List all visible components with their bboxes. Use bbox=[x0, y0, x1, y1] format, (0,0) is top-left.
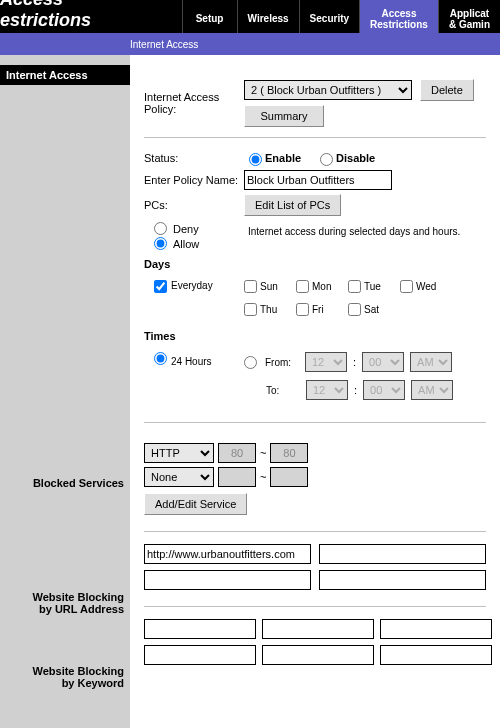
sidebar-label-blocked-services: Blocked Services bbox=[0, 471, 130, 491]
sidebar-item-internet-access[interactable]: Internet Access bbox=[0, 65, 130, 85]
separator-4 bbox=[144, 606, 486, 607]
tab-apps-l1: Applicat bbox=[449, 8, 490, 19]
to-hour[interactable]: 12 bbox=[306, 380, 348, 400]
tab-security-label: Security bbox=[310, 13, 349, 24]
deny-option[interactable]: Deny bbox=[154, 222, 244, 235]
service2-port-b[interactable] bbox=[270, 467, 308, 487]
kw-input-5[interactable] bbox=[262, 645, 374, 665]
tue-cell: Tue bbox=[348, 280, 396, 293]
sun-cell: Sun bbox=[244, 280, 292, 293]
sat-check[interactable] bbox=[348, 303, 361, 316]
separator-3 bbox=[144, 531, 486, 532]
allow-option[interactable]: Allow bbox=[154, 237, 244, 250]
status-enable-radio[interactable] bbox=[249, 153, 262, 166]
wed-label: Wed bbox=[416, 281, 436, 292]
to-min[interactable]: 00 bbox=[363, 380, 405, 400]
url-input-4[interactable] bbox=[319, 570, 486, 590]
delete-button[interactable]: Delete bbox=[420, 79, 474, 101]
kw-input-6[interactable] bbox=[380, 645, 492, 665]
days-row-1: Sun Mon Tue Wed bbox=[244, 280, 486, 293]
status-label: Status: bbox=[144, 152, 244, 164]
mon-check[interactable] bbox=[296, 280, 309, 293]
tab-access-l1: Access bbox=[370, 8, 428, 19]
sidebar-label-text: by URL Address bbox=[39, 603, 124, 615]
status-enable-text: Enable bbox=[265, 152, 301, 164]
main-panel: Internet AccessPolicy: 2 ( Block Urban O… bbox=[130, 55, 500, 728]
status-disable[interactable]: Disable bbox=[315, 150, 375, 166]
thu-check[interactable] bbox=[244, 303, 257, 316]
service1-port-b[interactable] bbox=[270, 443, 308, 463]
policy-label-l2: Policy: bbox=[144, 103, 176, 115]
main-tabs: Setup Wireless Security AccessRestrictio… bbox=[182, 0, 500, 33]
edit-pcs-button[interactable]: Edit List of PCs bbox=[244, 194, 341, 216]
kw-input-3[interactable] bbox=[380, 619, 492, 639]
everyday-label: Everyday bbox=[171, 280, 213, 291]
service1-select[interactable]: HTTP bbox=[144, 443, 214, 463]
subnav: Internet Access bbox=[0, 33, 500, 55]
sidebar-label-text: Blocked Services bbox=[33, 477, 124, 489]
to-ampm[interactable]: AM bbox=[411, 380, 453, 400]
time-to-row: To: 12 : 00 AM bbox=[244, 380, 486, 400]
sidebar: Internet Access Blocked Services Website… bbox=[0, 55, 130, 728]
wed-check[interactable] bbox=[400, 280, 413, 293]
tue-check[interactable] bbox=[348, 280, 361, 293]
status-disable-radio[interactable] bbox=[320, 153, 333, 166]
url-input-1[interactable] bbox=[144, 544, 311, 564]
from-hour[interactable]: 12 bbox=[305, 352, 347, 372]
thu-label: Thu bbox=[260, 304, 277, 315]
fri-label: Fri bbox=[312, 304, 324, 315]
tab-wireless-label: Wireless bbox=[248, 13, 289, 24]
sun-check[interactable] bbox=[244, 280, 257, 293]
tab-setup-label: Setup bbox=[193, 13, 227, 24]
policy-select[interactable]: 2 ( Block Urban Outfitters ) bbox=[244, 80, 412, 100]
separator-2 bbox=[144, 422, 486, 423]
from-ampm[interactable]: AM bbox=[410, 352, 452, 372]
times-heading: Times bbox=[144, 330, 486, 342]
tab-apps-l2: & Gamin bbox=[449, 19, 490, 30]
kw-row-2 bbox=[144, 645, 486, 665]
brand: Accessestrictions bbox=[0, 0, 97, 33]
pcs-row: PCs: Edit List of PCs bbox=[144, 194, 486, 216]
service2-select[interactable]: None bbox=[144, 467, 214, 487]
tab-access-restrictions[interactable]: AccessRestrictions bbox=[359, 0, 438, 33]
everyday-checkbox[interactable] bbox=[154, 280, 167, 293]
tab-setup[interactable]: Setup bbox=[182, 0, 237, 33]
sidebar-item-label: Internet Access bbox=[6, 69, 88, 81]
url-input-2[interactable] bbox=[319, 544, 486, 564]
tab-wireless[interactable]: Wireless bbox=[237, 0, 299, 33]
sidebar-label-text: by Keyword bbox=[62, 677, 124, 689]
colon-2: : bbox=[354, 384, 357, 396]
fri-check[interactable] bbox=[296, 303, 309, 316]
allday-cell: 24 Hours bbox=[144, 352, 244, 400]
kw-row-1 bbox=[144, 619, 486, 639]
deny-radio[interactable] bbox=[154, 222, 167, 235]
access-note: Internet access during selected days and… bbox=[248, 226, 460, 250]
service2-port-a[interactable] bbox=[218, 467, 256, 487]
sat-label: Sat bbox=[364, 304, 379, 315]
url-input-3[interactable] bbox=[144, 570, 311, 590]
allow-text: Allow bbox=[173, 238, 199, 250]
allow-radio[interactable] bbox=[154, 237, 167, 250]
kw-input-4[interactable] bbox=[144, 645, 256, 665]
subnav-label: Internet Access bbox=[130, 39, 198, 50]
status-disable-text: Disable bbox=[336, 152, 375, 164]
fri-cell: Fri bbox=[296, 303, 344, 316]
mon-cell: Mon bbox=[296, 280, 344, 293]
url-row-2 bbox=[144, 570, 486, 590]
timerange-radio[interactable] bbox=[244, 356, 257, 369]
policy-label: Internet AccessPolicy: bbox=[144, 91, 244, 115]
policy-label-l1: Internet Access bbox=[144, 91, 219, 103]
tab-security[interactable]: Security bbox=[299, 0, 359, 33]
sun-label: Sun bbox=[260, 281, 278, 292]
from-min[interactable]: 00 bbox=[362, 352, 404, 372]
kw-input-1[interactable] bbox=[144, 619, 256, 639]
allday-radio[interactable] bbox=[154, 352, 167, 365]
kw-input-2[interactable] bbox=[262, 619, 374, 639]
add-edit-service-button[interactable]: Add/Edit Service bbox=[144, 493, 247, 515]
tab-applications-gaming[interactable]: Applicat& Gamin bbox=[438, 0, 500, 33]
status-enable[interactable]: Enable bbox=[244, 150, 301, 166]
summary-button[interactable]: Summary bbox=[244, 105, 324, 127]
policy-name-input[interactable] bbox=[244, 170, 392, 190]
service1-port-a[interactable] bbox=[218, 443, 256, 463]
top-bar: Accessestrictions Setup Wireless Securit… bbox=[0, 0, 500, 33]
